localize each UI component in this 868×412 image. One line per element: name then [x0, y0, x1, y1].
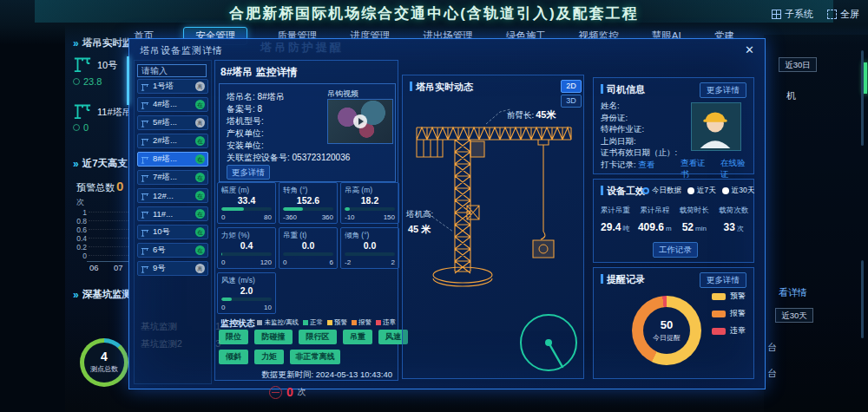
tower-list-item[interactable]: 5#塔...离	[137, 115, 208, 130]
subsystem-label: 子系统	[785, 8, 813, 21]
status-button[interactable]: 防碰撞	[254, 330, 293, 344]
driver-field: 姓名:	[601, 101, 620, 112]
view-detail-link[interactable]: 看详情	[779, 286, 807, 299]
work-stat: 载荷次数33次	[714, 206, 754, 233]
tower-list-item[interactable]: 4#塔...在	[137, 97, 208, 112]
status-button[interactable]: 限行区	[299, 330, 337, 344]
close-icon[interactable]: ✕	[745, 43, 754, 56]
tower-name: 12#...	[153, 191, 195, 200]
status-button[interactable]: 吊重	[343, 330, 372, 344]
alert-record-panel: 提醒记录 更多详情 50 今日提醒 预警报警违章	[593, 267, 754, 379]
bg-crane-name: 11#塔吊	[97, 106, 132, 119]
scrollbar[interactable]	[861, 50, 864, 146]
hook-video-thumbnail[interactable]	[327, 99, 393, 144]
tower-name: 9号	[153, 263, 195, 274]
metric-card: 吊重 (t)0.006	[279, 227, 338, 269]
monitor-status-label: 监控状态	[220, 317, 255, 330]
crane-icon	[73, 54, 92, 73]
live-view-panel: 塔吊实时动态 2D 3D 前臂长:45米 塔机高:45 米	[402, 75, 584, 379]
screen: 合肥新桥国际机场综合交通中心(含轨道引入)及配套工程 子系统 全屏 首页安全管理…	[0, 0, 868, 412]
scrollbar[interactable]	[861, 260, 864, 338]
status-button[interactable]: 倾斜	[219, 350, 248, 364]
status-dot-icon	[73, 124, 80, 131]
driver-more-button[interactable]: 更多详情	[700, 82, 746, 98]
bottom-alert-value: 0	[286, 385, 293, 399]
tower-name: 6号	[153, 245, 195, 256]
driver-field: 身份证:	[601, 113, 628, 124]
crane-icon	[141, 101, 149, 109]
range-radio[interactable]: 近7天	[687, 186, 716, 196]
tower-list-item[interactable]: 9号离	[137, 261, 208, 276]
range-radio[interactable]: 今日数据	[642, 186, 681, 196]
driver-field: 特种作业证:	[601, 124, 644, 135]
y-axis-unit: 次	[76, 197, 84, 208]
range-radio[interactable]: 近30天	[722, 186, 754, 196]
metric-bar	[283, 207, 333, 211]
bg-crane-value: 0	[73, 122, 89, 133]
status-legend-item: 预警	[327, 318, 347, 327]
range-button-30d-2[interactable]: 近30天	[775, 308, 813, 323]
online-badge: 在	[195, 173, 205, 182]
chevrons-icon: »	[73, 160, 79, 168]
section-title-7day: »近7天高支	[73, 157, 128, 170]
online-badge: 在	[195, 154, 205, 164]
metric-card: 吊高 (m)18.2-10150	[340, 182, 399, 224]
x-tick: 07	[114, 263, 123, 272]
status-button[interactable]: 限位	[219, 330, 248, 344]
tower-list-item[interactable]: 11#...在	[137, 206, 208, 221]
alerts-panel-title: 提醒记录	[601, 273, 645, 286]
tower-list-panel: 1号塔离4#塔...在5#塔...离2#塔...在8#塔...在7#塔...在1…	[134, 60, 212, 384]
equipment-efficiency-panel: 设备工效 今日数据近7天近30天 累计吊重29.4吨累计吊程409.6m载荷时长…	[593, 179, 754, 263]
view-2d-button[interactable]: 2D	[561, 80, 582, 93]
y-tick: 0.6	[73, 226, 128, 234]
play-icon	[353, 114, 367, 128]
update-time: 数据更新时间: 2024-05-13 10:43:40	[215, 369, 392, 381]
range-button-30d[interactable]: 近30日	[779, 57, 817, 72]
tower-list-item[interactable]: 1号塔离	[137, 79, 208, 94]
online-verify-link[interactable]: 在线验证	[720, 158, 750, 180]
crane-icon	[141, 210, 149, 219]
tower-list-item[interactable]: 8#塔...在	[137, 152, 208, 167]
jib-length-label: 前臂长:45米	[507, 108, 556, 121]
subsystem-button[interactable]: 子系统	[772, 8, 813, 21]
search-input[interactable]	[137, 64, 207, 77]
alert-legend-item: 预警	[712, 291, 746, 302]
bg-crane-value: 23.8	[73, 76, 102, 87]
header-actions: 子系统 全屏	[772, 8, 859, 21]
tower-list-item[interactable]: 6号在	[137, 243, 208, 258]
status-legend-item: 未监控/离线	[257, 318, 299, 327]
status-button[interactable]: 非正常离线	[290, 350, 340, 364]
radio-icon	[687, 187, 694, 194]
tower-name: 7#塔...	[153, 172, 195, 183]
work-record-button[interactable]: 工作记录	[653, 242, 698, 258]
metric-card: 幅度 (m)33.4080	[217, 182, 276, 224]
status-buttons: 限位防碰撞限行区吊重风速倾斜力矩非正常离线	[219, 330, 398, 366]
y-tick: 0.4	[73, 234, 128, 243]
metric-card: 力矩 (%)0.40120	[217, 227, 276, 269]
driver-avatar	[691, 102, 741, 151]
online-badge: 在	[195, 227, 205, 237]
fullscreen-icon	[827, 10, 837, 19]
view-link[interactable]: 查看	[638, 160, 654, 169]
tower-name: 4#塔...	[153, 99, 195, 110]
live-panel-title: 塔吊实时动态	[410, 81, 473, 94]
tower-list-item[interactable]: 2#塔...在	[137, 134, 208, 148]
crane-info-box: 塔吊名: 8#塔吊备案号: 8塔机型号: 产权单位: 安装单位: 关联监控设备号…	[219, 83, 396, 182]
driver-field: 证书有效日期（止）:	[601, 147, 677, 159]
grid-icon	[772, 10, 781, 19]
tower-name: 1号塔	[153, 81, 195, 92]
view-certificate-link[interactable]: 查看证书	[681, 158, 710, 180]
more-detail-button[interactable]: 更多详情	[227, 165, 270, 180]
donut-center-value: 50	[632, 318, 701, 331]
y-tick: 0.8	[73, 217, 128, 226]
alerts-more-button[interactable]: 更多详情	[700, 272, 746, 288]
metric-card: 风速 (m/s)2.0010	[217, 272, 276, 314]
crane-illustration	[410, 101, 578, 306]
alerts-donut-chart: 50 今日提醒	[632, 296, 701, 365]
tower-list-item[interactable]: 7#塔...在	[137, 170, 208, 185]
fullscreen-button[interactable]: 全屏	[827, 8, 859, 21]
tower-list-item[interactable]: 12#...在	[137, 188, 208, 203]
status-button[interactable]: 力矩	[254, 350, 284, 364]
y-tick: 1	[73, 208, 128, 217]
tower-list-item[interactable]: 10号在	[137, 225, 208, 239]
